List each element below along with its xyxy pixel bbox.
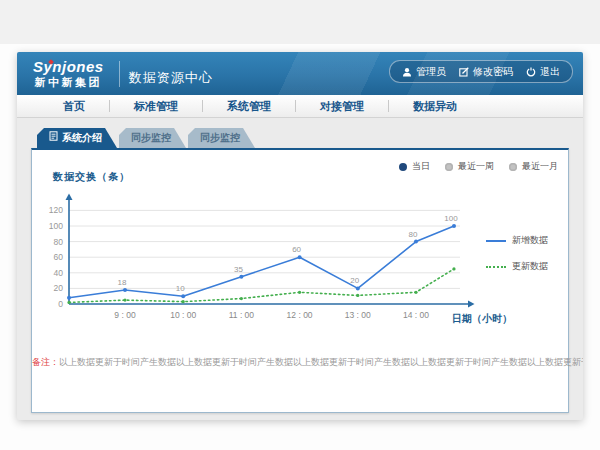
user-toolbar: 管理员 修改密码 退出: [389, 60, 573, 83]
filter-last-month[interactable]: 最近一月: [509, 160, 558, 173]
svg-text:20: 20: [54, 283, 64, 293]
svg-text:60: 60: [54, 252, 64, 262]
svg-text:35: 35: [234, 265, 243, 274]
footnote: 备注：以上数据更新于时间产生数据以上数据更新于时间产生数据以上数据更新于时间产生…: [32, 356, 568, 369]
line-chart: 0204060801001209 : 0010 : 0011 : 0012 : …: [32, 192, 482, 342]
chart-legend: 新增数据 更新数据: [486, 234, 548, 273]
logo-company-name: 新中新集团: [35, 77, 103, 89]
svg-text:0: 0: [58, 299, 63, 309]
svg-text:100: 100: [49, 221, 63, 231]
svg-text:18: 18: [118, 278, 127, 287]
change-password-button[interactable]: 修改密码: [459, 65, 513, 79]
dotted-line-icon: [486, 266, 506, 268]
svg-text:11 : 00: 11 : 00: [229, 310, 255, 320]
chart-y-axis-title: 数据交换（条）: [53, 170, 130, 184]
account-button[interactable]: 管理员: [402, 65, 446, 79]
svg-text:60: 60: [292, 245, 301, 254]
tab-bar: 系统介绍 同步监控 同步监控: [37, 128, 569, 148]
filter-today[interactable]: 当日: [399, 160, 430, 173]
svg-text:10: 10: [176, 284, 185, 293]
main-nav: 首页 标准管理 系统管理 对接管理 数据异动: [17, 95, 583, 118]
svg-text:80: 80: [409, 230, 418, 239]
header-divider: [119, 61, 120, 87]
solid-line-icon: [486, 240, 506, 242]
nav-item-standard-mgmt[interactable]: 标准管理: [110, 99, 202, 114]
chart-x-axis-title: 日期（小时）: [452, 312, 512, 326]
filter-last-week[interactable]: 最近一周: [445, 160, 494, 173]
app-title: 数据资源中心: [129, 69, 213, 87]
range-filter-group: 当日 最近一周 最近一月: [399, 160, 558, 173]
svg-text:9 : 00: 9 : 00: [114, 310, 136, 320]
radio-icon: [445, 163, 453, 171]
power-icon: [526, 67, 536, 77]
svg-text:20: 20: [350, 276, 359, 285]
radio-icon: [399, 163, 407, 171]
app-window: Synjones 新中新集团 数据资源中心 管理员 修改密码 退出 首页 标准管…: [17, 52, 583, 420]
svg-text:12 : 00: 12 : 00: [287, 310, 313, 320]
logo-wordmark: Synjones: [33, 59, 104, 75]
footnote-prefix: 备注：: [32, 357, 59, 367]
nav-item-data-change[interactable]: 数据异动: [389, 99, 481, 114]
page-body: 系统介绍 同步监控 同步监控 当日 最近一周: [17, 118, 583, 413]
user-icon: [402, 67, 412, 77]
tab-sync-monitor-1[interactable]: 同步监控: [119, 128, 186, 148]
tab-system-intro[interactable]: 系统介绍: [37, 128, 117, 148]
svg-text:100: 100: [444, 214, 458, 223]
svg-text:10 : 00: 10 : 00: [170, 310, 196, 320]
edit-icon: [459, 67, 469, 77]
svg-text:120: 120: [49, 205, 63, 215]
page-top-strip: [0, 0, 600, 44]
svg-text:13 : 00: 13 : 00: [345, 310, 371, 320]
svg-text:14 : 00: 14 : 00: [403, 310, 429, 320]
company-logo: Synjones 新中新集团: [27, 59, 110, 88]
svg-text:80: 80: [54, 237, 64, 247]
legend-item-update-data: 更新数据: [486, 260, 548, 273]
nav-item-home[interactable]: 首页: [39, 99, 109, 114]
footnote-text: 以上数据更新于时间产生数据以上数据更新于时间产生数据以上数据更新于时间产生数据以…: [59, 357, 583, 367]
app-header: Synjones 新中新集团 数据资源中心 管理员 修改密码 退出: [17, 52, 583, 95]
radio-icon: [509, 163, 517, 171]
nav-item-system-mgmt[interactable]: 系统管理: [203, 99, 295, 114]
nav-item-interface-mgmt[interactable]: 对接管理: [296, 99, 388, 114]
svg-text:40: 40: [54, 268, 64, 278]
legend-item-new-data: 新增数据: [486, 234, 548, 247]
logout-button[interactable]: 退出: [526, 65, 560, 79]
document-icon: [49, 128, 58, 148]
content-panel: 当日 最近一周 最近一月 数据交换（条） 0204060801001209 : …: [31, 148, 569, 413]
tab-sync-monitor-2[interactable]: 同步监控: [188, 128, 255, 148]
